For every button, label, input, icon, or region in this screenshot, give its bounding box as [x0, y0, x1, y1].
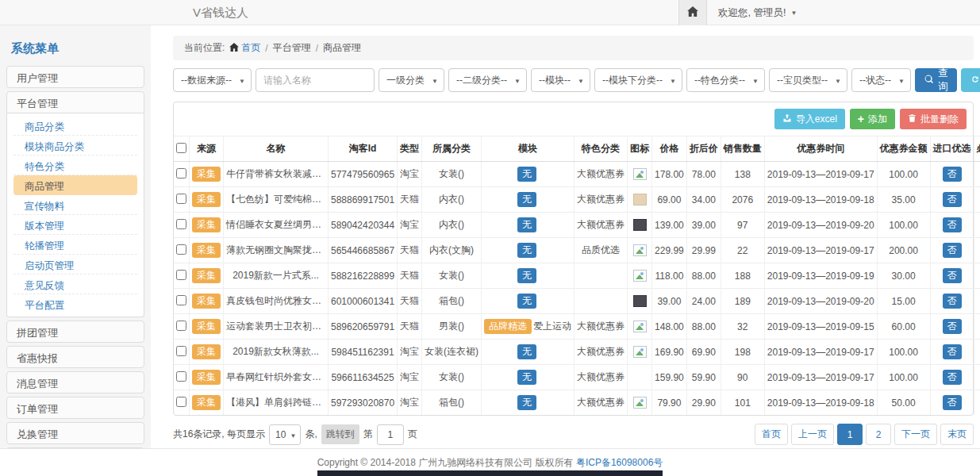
import-select-toggle[interactable]: 否: [943, 319, 962, 333]
taoke-id: 588216228899: [329, 263, 398, 289]
sidebar-subitem[interactable]: 启动页管理: [13, 255, 137, 274]
name-search-input[interactable]: [256, 68, 375, 92]
import-select-toggle[interactable]: 否: [943, 192, 962, 206]
taoke-id: 565446685867: [329, 238, 398, 263]
import-select-toggle[interactable]: 否: [943, 395, 962, 409]
import-select-toggle[interactable]: 否: [943, 344, 962, 359]
per-page-select[interactable]: 10▼: [269, 424, 301, 445]
row-checkbox[interactable]: [176, 346, 186, 356]
sidebar-subitem[interactable]: 商品管理: [13, 175, 137, 195]
column-header: 折后价: [686, 136, 721, 162]
pagination-button[interactable]: 1: [837, 424, 863, 445]
sidebar-subitem[interactable]: 特色分类: [13, 155, 137, 175]
icon-cell: [628, 213, 652, 238]
chevron-down-icon: ▼: [790, 10, 797, 17]
product-category: 内衣(): [422, 213, 482, 238]
sidebar-group-user[interactable]: 用户管理: [6, 66, 144, 88]
page-number-input[interactable]: [377, 424, 404, 445]
source-badge: 采集: [192, 294, 221, 308]
product-type: 淘宝: [398, 213, 422, 238]
sidebar-group-platform[interactable]: 平台管理: [6, 91, 144, 113]
sidebar-subitem[interactable]: 商品分类: [13, 116, 137, 136]
filter-select-item-type[interactable]: --宝贝类型--▼: [769, 68, 847, 92]
user-menu[interactable]: 欢迎您, 管理员! ▼: [707, 0, 808, 25]
import-select-toggle[interactable]: 否: [943, 370, 962, 384]
breadcrumb-home-link[interactable]: 首页: [229, 41, 260, 55]
sidebar-group[interactable]: 兑换管理: [6, 422, 144, 444]
batch-delete-button[interactable]: 批量删除: [900, 109, 967, 129]
import-select-toggle[interactable]: 否: [943, 217, 962, 232]
row-checkbox[interactable]: [176, 244, 186, 255]
discount-price: 88.00: [686, 314, 721, 340]
refresh-icon: [970, 75, 980, 86]
sidebar-subitem[interactable]: 平台配置: [13, 294, 137, 314]
sidebar-subitem[interactable]: 意见反馈: [13, 274, 137, 294]
filter-select-feature[interactable]: --特色分类--▼: [686, 68, 765, 92]
sidebar-subitem[interactable]: 轮播管理: [13, 235, 137, 255]
row-checkbox[interactable]: [176, 270, 186, 280]
module-text: 爱上运动: [533, 321, 571, 332]
sidebar-group[interactable]: 订单管理: [6, 397, 144, 419]
module-cell: 无: [482, 162, 575, 187]
sidebar-group[interactable]: 消息管理: [6, 371, 144, 393]
column-header: 特色分类: [575, 136, 628, 162]
sidebar-subitem[interactable]: 版本管理: [13, 215, 137, 235]
import-select-toggle[interactable]: 否: [943, 167, 962, 181]
row-checkbox[interactable]: [176, 397, 186, 407]
reset-button[interactable]: 重置: [961, 68, 980, 92]
filter-select-category-l2[interactable]: --二级分类--▼: [448, 68, 527, 92]
price: 79.90: [652, 390, 687, 416]
sidebar-group[interactable]: 拼团管理: [6, 321, 144, 343]
import-select-toggle[interactable]: 否: [943, 243, 962, 257]
select-all-checkbox[interactable]: [176, 143, 186, 153]
sidebar-subitem[interactable]: 宣传物料: [13, 195, 137, 215]
home-button[interactable]: [678, 0, 707, 25]
filter-select-module-sub[interactable]: --模块下分类--▼: [594, 68, 682, 92]
pagination-button[interactable]: 下一页: [894, 424, 937, 445]
search-button[interactable]: 查询: [915, 68, 958, 92]
column-header: 类型: [398, 136, 422, 162]
filter-select-category-l1[interactable]: 一级分类▼: [379, 68, 444, 92]
jump-prefix: 第: [363, 428, 373, 441]
module-badge: 无: [517, 344, 536, 359]
pagination-button[interactable]: 2: [866, 424, 891, 445]
pagination-button[interactable]: 上一页: [791, 424, 834, 445]
import-excel-button[interactable]: 导入excel: [774, 109, 845, 129]
feature-category: 品质优选: [575, 238, 628, 263]
row-checkbox[interactable]: [176, 194, 186, 204]
chevron-down-icon: ▼: [835, 78, 841, 85]
row-checkbox[interactable]: [176, 168, 186, 178]
product-thumbnail: [633, 168, 647, 180]
add-button[interactable]: + 添加: [850, 109, 895, 129]
coupon-time: 2019-09-13—2019-09-20: [764, 289, 877, 314]
sidebar-subitem[interactable]: 模块商品分类: [13, 136, 137, 155]
row-checkbox[interactable]: [176, 371, 186, 382]
sidebar-title: 系统菜单: [11, 41, 144, 56]
icon-cell: [628, 365, 652, 390]
pagination-button[interactable]: 末页: [940, 424, 974, 445]
coupon-amount: 100.00: [877, 213, 930, 238]
product-category: 男装(): [422, 314, 482, 340]
sales-count: 2076: [721, 187, 764, 213]
import-select-toggle[interactable]: 否: [943, 268, 962, 282]
filter-select-data-source[interactable]: --数据来源--▼: [173, 68, 252, 92]
table-row: 采集 【七色纺】可爱纯棉家... 588869917501 天猫 内衣() 无 …: [174, 187, 980, 213]
sidebar-group[interactable]: 省惠快报: [6, 346, 144, 368]
product-type: 天猫: [398, 187, 422, 213]
import-select-toggle[interactable]: 否: [943, 294, 962, 308]
sidebar-group[interactable]: 统计管理: [6, 447, 144, 448]
module-cell: 无: [482, 238, 575, 263]
row-checkbox[interactable]: [176, 295, 186, 305]
product-category: 箱包(): [422, 390, 482, 416]
product-name: 牛仔背带裤女秋装减龄...: [224, 162, 329, 187]
coupon-amount: 35.00: [877, 187, 930, 213]
icon-cell: [628, 390, 652, 416]
icp-link[interactable]: 粤ICP备16098006号: [576, 456, 663, 470]
row-checkbox[interactable]: [176, 321, 186, 331]
row-checkbox[interactable]: [176, 219, 186, 229]
table-row: 采集 2019新款一片式系... 588216228899 天猫 女装() 无 …: [174, 263, 980, 289]
home-icon: [229, 43, 239, 54]
filter-select-status[interactable]: --状态--▼: [851, 68, 911, 92]
filter-select-module[interactable]: --模块--▼: [531, 68, 590, 92]
pagination-button[interactable]: 首页: [755, 424, 788, 445]
